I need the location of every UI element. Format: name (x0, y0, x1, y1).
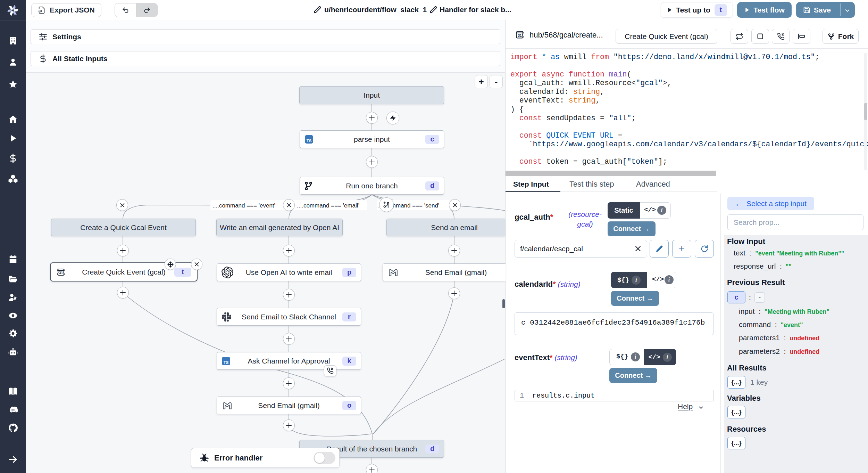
svg-text:31: 31 (518, 33, 522, 38)
svg-text:31: 31 (59, 271, 63, 275)
